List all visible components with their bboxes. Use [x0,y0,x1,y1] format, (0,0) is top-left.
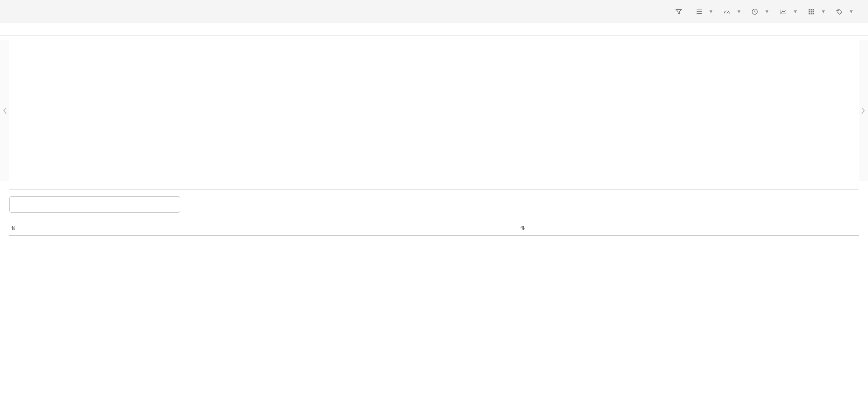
caret-down-icon: ▼ [764,9,769,14]
svg-rect-8 [811,11,812,12]
interval-dropdown[interactable]: ▼ [746,5,774,18]
list-icon [696,8,703,15]
clock-icon [751,8,758,15]
tag-icon [836,8,843,15]
svg-rect-1 [696,11,702,12]
filter-icon [675,8,682,15]
svg-rect-10 [809,13,810,14]
results-table: ⇅ ⇅ [9,220,859,236]
svg-rect-11 [811,13,812,14]
caret-down-icon: ▼ [821,9,826,14]
svg-rect-7 [809,11,810,12]
col-class-header[interactable]: ⇅ [9,220,518,236]
svg-rect-9 [813,11,814,12]
sort-icon: ⇅ [11,225,15,231]
caret-down-icon: ▼ [793,9,798,14]
svg-point-13 [838,10,839,11]
chart-type-dropdown[interactable]: ▼ [774,5,803,18]
caret-down-icon: ▼ [849,9,854,14]
filters-button[interactable] [670,5,690,18]
chart-x-axis [18,180,859,182]
col-events-header[interactable] [644,220,859,236]
sort-icon: ⇅ [520,225,525,231]
grid-icon [808,8,815,15]
gauge-icon [723,8,730,15]
chevron-left-icon [2,107,7,115]
col-pct-header[interactable]: ⇅ [518,220,644,236]
class-filter-input[interactable] [9,196,180,213]
caret-down-icon: ▼ [709,9,714,14]
chart-icon [779,8,787,15]
chart-prev-button[interactable] [0,40,9,181]
options-dropdown[interactable]: ▼ [803,5,831,18]
tops-dropdown[interactable]: ▼ [690,5,719,18]
chart-next-button[interactable] [859,40,868,181]
events-dropdown[interactable]: ▼ [718,5,746,18]
add-tab-button[interactable]: ▼ [831,5,859,18]
svg-rect-0 [696,9,702,10]
svg-rect-2 [696,13,702,13]
chevron-right-icon [861,107,866,115]
area-chart [18,39,169,115]
top-bar: ▼ ▼ ▼ ▼ ▼ ▼ [0,0,868,23]
svg-rect-12 [813,13,814,14]
svg-rect-5 [811,9,812,10]
svg-rect-6 [813,9,814,10]
chart-area[interactable] [18,39,859,180]
time-range-nav [0,23,868,36]
caret-down-icon: ▼ [736,9,741,14]
svg-rect-4 [809,9,810,10]
